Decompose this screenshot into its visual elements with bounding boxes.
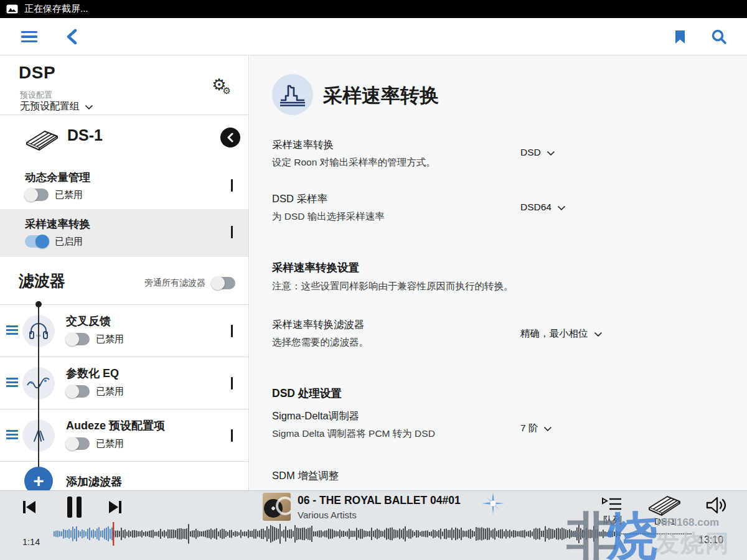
- back-icon[interactable]: [62, 27, 82, 47]
- setting-label: SDM 增益调整: [272, 469, 339, 483]
- menu-item-status: 已禁用: [55, 189, 83, 201]
- setting-sample-rate-conversion: 采样速率转换 设定 Roon 对输出采样率的管理方式。: [272, 138, 436, 169]
- setting-description: 设定 Roon 对输出采样率的管理方式。: [272, 156, 436, 169]
- album-art[interactable]: [263, 493, 291, 521]
- track-artist[interactable]: Various Artists: [298, 510, 357, 520]
- screenshot-photo-icon: [6, 4, 18, 14]
- sidebar-item-sample-rate-conversion[interactable]: 采样速率转换 已启用: [0, 209, 249, 255]
- chevron-down-icon: [85, 102, 93, 110]
- filters-title: 滤波器: [19, 271, 65, 291]
- dropdown-value: DSD64: [520, 202, 552, 213]
- device-icon: [22, 128, 61, 152]
- setting-label: 采样速率转换: [272, 138, 436, 152]
- search-icon[interactable]: [709, 27, 729, 47]
- menu-item-status: 已启用: [55, 236, 83, 248]
- dropdown-value: DSD: [520, 147, 541, 158]
- add-filter-button[interactable]: + 添加滤波器: [0, 461, 249, 490]
- bypass-all-label: 旁通所有滤波器: [144, 278, 205, 289]
- track-title[interactable]: 06 - THE ROYAL BALLET 04#01: [298, 494, 461, 507]
- elapsed-time: 1:14: [22, 537, 40, 547]
- page-title: 采样速率转换: [323, 83, 439, 109]
- chevron-down-icon: [544, 424, 552, 432]
- previous-track-icon[interactable]: [22, 500, 36, 517]
- chevron-right-icon: [231, 179, 233, 192]
- dsp-title: DSP: [19, 63, 55, 83]
- setting-description: 选择您需要的滤波器。: [272, 336, 369, 349]
- setting-label: 采样速率转换滤波器: [272, 318, 369, 332]
- total-time: 13:10: [698, 534, 723, 546]
- filter-status: 已禁用: [96, 438, 124, 450]
- app-header: [0, 18, 747, 55]
- sample-rate-toggle[interactable]: [25, 235, 49, 248]
- menu-item-title: 动态余量管理: [25, 170, 90, 185]
- chevron-right-icon: [231, 429, 233, 442]
- drag-handle-icon[interactable]: [6, 430, 18, 439]
- sigma-delta-dropdown[interactable]: 7 阶: [520, 422, 550, 435]
- headroom-toggle[interactable]: [25, 189, 49, 201]
- filter-row-parametric-eq[interactable]: 参数化 EQ 已禁用: [0, 357, 249, 409]
- audeze-toggle[interactable]: [66, 437, 90, 450]
- setting-sigma-delta: Sigma-Delta调制器 Sigma Delta 调制器将 PCM 转为 D…: [272, 409, 435, 441]
- setting-src-filter: 采样速率转换滤波器 选择您需要的滤波器。: [272, 318, 369, 349]
- drag-handle-icon[interactable]: [6, 325, 18, 335]
- device-row[interactable]: DS-1: [0, 115, 249, 162]
- setting-description: 为 DSD 输出选择采样速率: [272, 210, 385, 223]
- seek-waveform[interactable]: [52, 522, 695, 546]
- chevron-down-icon: [594, 329, 602, 337]
- dsp-settings-gear-icon[interactable]: ⚙⚙: [212, 77, 235, 93]
- dropdown-value: 7 阶: [520, 422, 538, 435]
- sample-rate-conversion-dropdown[interactable]: DSD: [520, 147, 553, 158]
- section-title-src-settings: 采样速率转换设置: [272, 260, 359, 275]
- main-panel: 采样速率转换 采样速率转换 设定 Roon 对输出采样率的管理方式。 DSD D…: [250, 55, 747, 490]
- bookmark-icon[interactable]: [670, 27, 690, 47]
- signal-path-sparkle-icon[interactable]: [482, 492, 504, 515]
- notification-text: 正在保存截屏...: [24, 3, 88, 15]
- menu-item-title: 采样速率转换: [25, 217, 90, 231]
- filter-status: 已禁用: [96, 334, 124, 345]
- filter-title: 交叉反馈: [66, 314, 111, 329]
- pause-icon[interactable]: [65, 496, 83, 521]
- setting-description: Sigma Delta 调制器将 PCM 转为 DSD: [272, 427, 435, 441]
- player-bar: 06 - THE ROYAL BALLET 04#01 Various Arti…: [0, 490, 747, 560]
- dropdown-value: 精确，最小相位: [520, 327, 588, 340]
- filter-row-audeze[interactable]: Audeze 预设配置项 已禁用: [0, 409, 249, 461]
- plus-icon: +: [24, 467, 53, 490]
- setting-dsd-sample-rate: DSD 采样率 为 DSD 输出选择采样速率: [272, 192, 385, 223]
- chevron-right-icon: [231, 226, 233, 238]
- playhead: [113, 522, 114, 546]
- collapse-device-icon[interactable]: [220, 128, 240, 147]
- queue-icon[interactable]: [601, 496, 622, 515]
- sample-rate-conversion-icon: [272, 74, 313, 115]
- sidebar-item-headroom[interactable]: 动态余量管理 已禁用: [0, 162, 249, 208]
- setting-sdm-gain: SDM 增益调整: [272, 469, 339, 483]
- chevron-right-icon: [231, 325, 233, 337]
- crossfeed-toggle[interactable]: [66, 333, 90, 345]
- drag-handle-icon[interactable]: [6, 378, 18, 387]
- chevron-down-icon: [558, 202, 566, 210]
- section-title-dsd-processing: DSD 处理设置: [272, 386, 342, 401]
- parametric-eq-toggle[interactable]: [66, 385, 90, 398]
- bypass-all-toggle[interactable]: [212, 277, 235, 289]
- filters-header: 滤波器 旁通所有滤波器: [0, 257, 249, 304]
- filter-row-crossfeed[interactable]: ‹·› 交叉反馈 已禁用: [0, 304, 249, 357]
- add-filter-label: 添加滤波器: [66, 474, 122, 489]
- filter-status: 已禁用: [96, 386, 124, 398]
- src-filter-dropdown[interactable]: 精确，最小相位: [520, 327, 600, 340]
- volume-icon[interactable]: [706, 496, 728, 517]
- preset-select[interactable]: 无预设配置组: [20, 100, 91, 113]
- filter-title: 参数化 EQ: [66, 366, 119, 381]
- section-note: 注意：这些设置同样影响由于兼容性原因而执行的转换。: [272, 280, 514, 293]
- setting-label: Sigma-Delta调制器: [272, 409, 435, 423]
- next-track-icon[interactable]: [108, 500, 122, 517]
- filter-title: Audeze 预设配置项: [66, 418, 165, 433]
- dsd-sample-rate-dropdown[interactable]: DSD64: [520, 202, 563, 213]
- notification-bar: 正在保存截屏...: [0, 0, 747, 18]
- hamburger-menu-icon[interactable]: [19, 27, 39, 47]
- filter-chain-dot: [35, 301, 42, 307]
- device-name: DS-1: [67, 126, 103, 144]
- dsp-sidebar: DSP ⚙⚙ 预设配置 无预设配置组 DS-1 动态余量管理 已禁用 采样速率转…: [0, 55, 249, 490]
- chevron-right-icon: [231, 377, 233, 390]
- chevron-down-icon: [547, 147, 555, 156]
- preset-value: 无预设配置组: [20, 100, 80, 113]
- setting-label: DSD 采样率: [272, 192, 385, 206]
